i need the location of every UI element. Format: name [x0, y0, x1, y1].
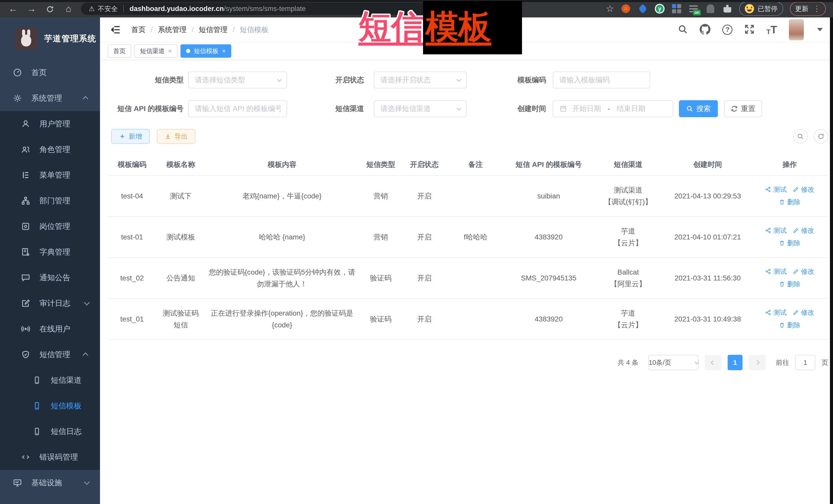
- phone-icon: [31, 376, 43, 385]
- phone-icon: [31, 402, 43, 410]
- font-size-icon[interactable]: TT: [766, 24, 777, 35]
- delete-link[interactable]: 删除: [779, 196, 801, 208]
- browser-menu-icon[interactable]: ⋮: [813, 5, 821, 13]
- sidebar-item-sms-channel[interactable]: 短信渠道: [0, 367, 100, 393]
- status-select[interactable]: 请选择开启状态: [374, 72, 467, 89]
- update-button[interactable]: 更新 ⋮: [790, 2, 826, 16]
- tab-sms-channel[interactable]: 短信渠道 ×: [134, 44, 177, 58]
- test-link[interactable]: 测试: [765, 307, 787, 318]
- breadcrumb-sms[interactable]: 短信管理: [199, 25, 228, 34]
- edit-link[interactable]: 修改: [793, 307, 814, 318]
- browser-forward-icon[interactable]: →: [26, 1, 37, 17]
- current-page-button[interactable]: 1: [728, 355, 742, 370]
- delete-link[interactable]: 删除: [779, 237, 801, 249]
- browser-back-icon[interactable]: ←: [8, 1, 19, 17]
- github-icon[interactable]: [700, 24, 710, 35]
- edit-link[interactable]: 修改: [793, 184, 814, 195]
- help-icon[interactable]: [722, 25, 733, 35]
- extensions-puzzle-icon[interactable]: [722, 4, 733, 14]
- user-avatar[interactable]: [789, 19, 804, 40]
- header-search-icon[interactable]: [677, 24, 688, 35]
- org-chart-icon: [20, 196, 31, 205]
- window-scrollbar[interactable]: [830, 18, 833, 504]
- paused-pill[interactable]: 已暂停: [739, 2, 783, 16]
- sidebar-item-dictionary[interactable]: 字典管理: [0, 239, 100, 265]
- browser-reload-icon[interactable]: [45, 1, 55, 17]
- sidebar-item-notices[interactable]: 通知公告: [0, 265, 100, 290]
- sidebar-item-posts[interactable]: 岗位管理: [0, 214, 100, 239]
- page-size-select[interactable]: 10条/页: [648, 355, 698, 370]
- book-icon: [20, 247, 31, 257]
- breadcrumb-system[interactable]: 系统管理: [158, 25, 187, 34]
- api-template-id-input[interactable]: [195, 104, 281, 113]
- test-link[interactable]: 测试: [765, 266, 787, 278]
- sidebar-item-menus[interactable]: 菜单管理: [0, 162, 100, 188]
- table-refresh-icon[interactable]: [814, 129, 828, 144]
- sidebar-item-infrastructure[interactable]: 基础设施: [0, 470, 100, 496]
- sidebar-item-error-codes[interactable]: 错误码管理: [0, 444, 100, 470]
- sidebar-item-users[interactable]: 用户管理: [0, 111, 100, 137]
- extension-squares-icon[interactable]: [671, 4, 682, 14]
- goto-page-input[interactable]: 1: [795, 355, 815, 370]
- security-warning[interactable]: ⚠ 不安全: [89, 4, 118, 13]
- next-page-button[interactable]: [748, 355, 766, 370]
- test-link[interactable]: 测试: [765, 224, 787, 236]
- reset-button[interactable]: 重置: [724, 100, 762, 117]
- extension-donut-icon[interactable]: [621, 4, 631, 14]
- sidebar-item-online-users[interactable]: 在线用户: [0, 316, 100, 342]
- edit-link[interactable]: 修改: [793, 266, 814, 278]
- date-range-picker[interactable]: 开始日期 - 结束日期: [553, 100, 673, 117]
- chevron-down-icon: [84, 479, 90, 485]
- url-divider: [123, 5, 124, 12]
- start-date-placeholder[interactable]: 开始日期: [572, 104, 601, 114]
- sidebar-item-audit-log[interactable]: 审计日志: [0, 290, 100, 316]
- table-search-icon[interactable]: [793, 129, 808, 144]
- annotation-title: 短信模板: [358, 1, 522, 54]
- fullscreen-icon[interactable]: [744, 24, 755, 35]
- edit-note-icon: [20, 299, 31, 308]
- user-icon: [20, 119, 31, 128]
- sms-type-select[interactable]: 请选择短信类型: [188, 72, 287, 89]
- sidebar-fold-icon[interactable]: [110, 24, 121, 35]
- avatar-caret-icon[interactable]: [817, 28, 823, 31]
- chevron-down-icon: [84, 300, 90, 306]
- template-code-field[interactable]: [553, 72, 650, 89]
- sidebar-item-sms-template[interactable]: 短信模板: [0, 393, 100, 418]
- sms-channel-select[interactable]: 请选择短信渠道: [374, 100, 467, 117]
- filter-label-template-code: 模板编码: [517, 72, 546, 89]
- gear-icon: [12, 94, 23, 103]
- bookmark-star-icon[interactable]: ☆: [606, 3, 614, 14]
- export-button[interactable]: 导出: [157, 129, 195, 144]
- browser-home-icon[interactable]: ⌂: [63, 1, 74, 17]
- extension-ghost-icon[interactable]: [705, 4, 716, 14]
- close-icon[interactable]: ×: [168, 48, 172, 54]
- page-unit-label: 页: [822, 358, 828, 367]
- search-button[interactable]: 搜索: [679, 100, 718, 117]
- api-template-id-field[interactable]: [188, 100, 287, 117]
- sidebar-item-roles[interactable]: 角色管理: [0, 137, 100, 162]
- dashboard-icon: [12, 68, 23, 77]
- delete-link[interactable]: 删除: [779, 278, 801, 290]
- annotation-part1: 短信: [358, 8, 424, 45]
- tab-home[interactable]: 首页: [108, 44, 131, 58]
- sidebar-item-sms-log[interactable]: 短信日志: [0, 418, 100, 444]
- extension-kite-icon[interactable]: [638, 4, 648, 14]
- sidebar-item-system[interactable]: 系统管理: [0, 86, 100, 111]
- end-date-placeholder[interactable]: 结束日期: [617, 104, 645, 114]
- sidebar-item-sms-management[interactable]: 短信管理: [0, 342, 100, 367]
- sidebar-item-departments[interactable]: 部门管理: [0, 188, 100, 214]
- tab-sms-template[interactable]: 短信模板 ×: [181, 44, 231, 58]
- add-button[interactable]: 新增: [111, 129, 150, 144]
- prev-page-button[interactable]: [705, 355, 721, 370]
- monitor-icon: [12, 478, 23, 487]
- delete-link[interactable]: 删除: [779, 319, 801, 331]
- breadcrumb-home[interactable]: 首页: [131, 25, 146, 34]
- template-code-input[interactable]: [560, 76, 644, 84]
- code-icon: [20, 453, 31, 462]
- sidebar-item-home[interactable]: 首页: [0, 60, 100, 86]
- close-icon[interactable]: ×: [222, 48, 225, 54]
- extension-list-icon[interactable]: on: [688, 4, 699, 14]
- edit-link[interactable]: 修改: [793, 224, 814, 236]
- extension-y-icon[interactable]: y: [654, 4, 665, 14]
- test-link[interactable]: 测试: [765, 184, 787, 195]
